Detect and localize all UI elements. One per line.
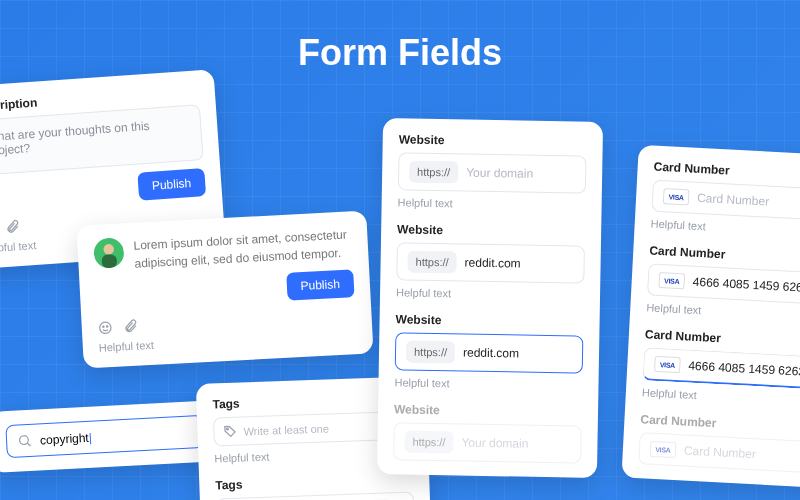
search-value: copyright: [40, 430, 92, 447]
website-card: Website https:// Your domain Helpful tex…: [377, 118, 603, 478]
url-prefix: https://: [409, 161, 458, 184]
visa-icon: VISA: [654, 356, 681, 373]
svg-point-7: [103, 326, 104, 327]
search-input[interactable]: copyright: [5, 415, 204, 458]
url-prefix: https://: [404, 431, 453, 454]
svg-point-8: [106, 326, 107, 327]
tags-placeholder: Write at least one: [243, 422, 329, 437]
website-placeholder: Your domain: [466, 166, 533, 181]
helper-text: Helpful text: [394, 376, 582, 391]
cardnumber-card: Card Number VISA Card Number Helpful tex…: [621, 145, 800, 489]
cardnumber-label-disabled: Card Number: [640, 412, 800, 435]
visa-icon: VISA: [650, 441, 677, 458]
website-input-disabled: https:// Your domain: [393, 422, 582, 463]
svg-rect-5: [102, 254, 118, 268]
url-prefix: https://: [406, 341, 455, 364]
website-value: reddit.com: [463, 346, 519, 361]
cardnumber-input-disabled: VISA Card Number: [638, 432, 800, 473]
helper-text: Helpful text: [650, 217, 800, 238]
svg-point-10: [226, 428, 228, 430]
cardnumber-placeholder: Card Number: [697, 191, 770, 209]
description-textarea[interactable]: What are your thoughts on this project?: [0, 104, 204, 176]
cardnumber-input[interactable]: VISA 4666 4085 1459 6263: [647, 263, 800, 304]
publish-button[interactable]: Publish: [286, 269, 355, 300]
attachment-icon[interactable]: [4, 219, 20, 235]
cardnumber-value: 4666 4085 1459 6263: [692, 275, 800, 295]
emoji-icon[interactable]: [97, 320, 113, 336]
visa-icon: VISA: [658, 272, 685, 289]
visa-icon: VISA: [663, 188, 690, 205]
cardnumber-input-active[interactable]: VISA 4666 4085 1459 6263: [643, 347, 800, 389]
cardnumber-label: Card Number: [645, 327, 800, 350]
svg-point-6: [99, 322, 111, 334]
tags-label: Tags: [215, 472, 413, 493]
avatar: [93, 237, 125, 269]
website-input[interactable]: https:// reddit.com: [396, 242, 585, 283]
helper-text: Helpful text: [398, 196, 586, 211]
publish-button[interactable]: Publish: [137, 168, 206, 201]
page-title: Form Fields: [0, 32, 800, 74]
website-label: Website: [399, 132, 587, 149]
helper-text: Helpful text: [646, 301, 800, 322]
website-label: Website: [397, 222, 585, 239]
website-input-focused[interactable]: https:// reddit.com: [395, 332, 584, 373]
attachment-icon[interactable]: [122, 319, 138, 335]
website-value: reddit.com: [465, 256, 521, 271]
cardnumber-value: 4666 4085 1459 6263: [688, 359, 800, 379]
cardnumber-label: Card Number: [653, 160, 800, 183]
tag-icon: [222, 424, 238, 440]
cardnumber-label: Card Number: [649, 243, 800, 266]
comment-card: Lorem ipsum dolor sit amet, consectetur …: [76, 211, 373, 369]
url-prefix: https://: [407, 251, 456, 274]
cardnumber-placeholder: Card Number: [684, 444, 757, 462]
website-label-disabled: Website: [394, 402, 582, 419]
website-label: Website: [395, 312, 583, 329]
tags-input-filled[interactable]: UI Design Design System: [216, 492, 415, 500]
helper-text: Helpful text: [396, 286, 584, 301]
cardnumber-input[interactable]: VISA Card Number: [651, 180, 800, 221]
search-icon: [17, 433, 33, 449]
helper-text: Helpful text: [642, 386, 800, 407]
website-placeholder: Your domain: [461, 436, 528, 451]
comment-text: Lorem ipsum dolor sit amet, consectetur …: [133, 225, 353, 272]
website-input[interactable]: https:// Your domain: [398, 152, 587, 193]
search-card: copyright: [0, 400, 221, 473]
